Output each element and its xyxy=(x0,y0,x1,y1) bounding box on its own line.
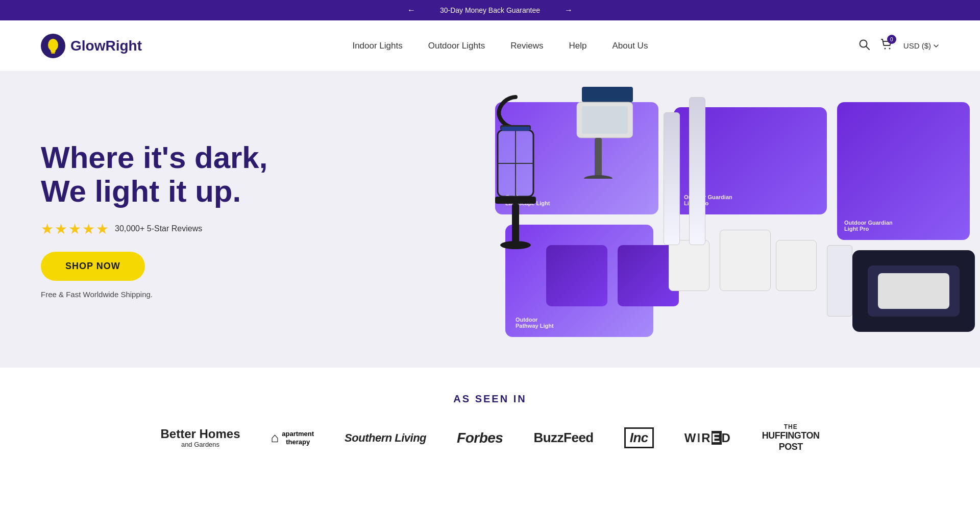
logo-icon xyxy=(41,34,65,58)
svg-rect-19 xyxy=(595,138,602,179)
hero-rating: ★★★★★ 30,000+ 5-Star Reviews xyxy=(41,221,296,237)
shipping-text: Free & Fast Worldwide Shipping. xyxy=(41,290,296,299)
svg-point-20 xyxy=(584,175,612,179)
hero-title: Where it's dark, We light it up. xyxy=(41,141,296,208)
banner-message: 30-Day Money Back Guarantee xyxy=(440,6,540,14)
chevron-down-icon xyxy=(933,43,939,49)
product-box-floodlight: Outdoor GuardianLight Pro xyxy=(837,102,970,240)
logo-link[interactable]: GlowRight xyxy=(41,34,142,58)
inc-logo: Inc xyxy=(624,427,654,448)
svg-rect-12 xyxy=(495,197,536,204)
hero-content: Where it's dark, We light it up. ★★★★★ 3… xyxy=(41,141,296,299)
currency-selector[interactable]: USD ($) xyxy=(903,41,939,50)
svg-rect-18 xyxy=(582,106,628,134)
header: GlowRight Indoor Lights Outdoor Lights R… xyxy=(0,20,980,71)
nav-indoor-lights[interactable]: Indoor Lights xyxy=(352,41,402,51)
apartment-therapy-logo: ⌂ apartment therapy xyxy=(271,430,314,446)
light-bar-1 xyxy=(664,112,680,245)
light-bar-2 xyxy=(689,97,705,245)
logo-text: GlowRight xyxy=(70,38,142,54)
main-nav: Indoor Lights Outdoor Lights Reviews Hel… xyxy=(352,41,648,51)
search-button[interactable] xyxy=(859,39,870,53)
header-right: 0 USD ($) xyxy=(859,38,939,54)
banner-next-button[interactable]: → xyxy=(560,4,577,17)
svg-point-14 xyxy=(500,241,531,249)
huffington-post-logo: THE HUFFINGTON POST xyxy=(762,423,820,453)
shop-now-button[interactable]: SHOP NOW xyxy=(41,252,145,281)
svg-point-7 xyxy=(889,48,890,50)
svg-rect-3 xyxy=(51,52,55,54)
nav-reviews[interactable]: Reviews xyxy=(510,41,543,51)
svg-point-6 xyxy=(884,48,886,50)
nav-help[interactable]: Help xyxy=(569,41,586,51)
nav-about-us[interactable]: About Us xyxy=(612,41,648,51)
svg-rect-16 xyxy=(582,87,633,102)
forbes-logo: Forbes xyxy=(457,430,503,446)
floodlight xyxy=(852,250,975,332)
spotlight-product xyxy=(541,87,633,179)
svg-rect-15 xyxy=(501,127,530,131)
buzzfeed-logo: BuzzFeed xyxy=(533,430,593,446)
cart-badge: 0 xyxy=(887,35,896,44)
hero-section: Where it's dark, We light it up. ★★★★★ 3… xyxy=(0,71,980,368)
wired-logo: WIRED xyxy=(684,431,731,445)
southern-living-logo: Southern Living xyxy=(345,431,426,445)
nav-outdoor-lights[interactable]: Outdoor Lights xyxy=(428,41,485,51)
device-remote xyxy=(827,245,852,317)
svg-rect-13 xyxy=(512,204,519,245)
search-icon xyxy=(859,39,870,50)
device-white-2 xyxy=(720,230,771,291)
better-homes-logo: Better Homes and Gardens xyxy=(160,427,240,448)
hero-product-scene: OutdoorLandscape Light Outdoor GuardianL… xyxy=(444,71,980,368)
currency-label: USD ($) xyxy=(903,41,931,50)
cart-button[interactable]: 0 xyxy=(880,38,893,54)
star-rating: ★★★★★ xyxy=(41,221,110,237)
svg-rect-2 xyxy=(51,50,56,52)
review-count: 30,000+ 5-Star Reviews xyxy=(115,224,202,233)
media-logos-container: Better Homes and Gardens ⌂ apartment the… xyxy=(41,423,939,453)
as-seen-in-section: AS SEEN IN Better Homes and Gardens ⌂ ap… xyxy=(0,368,980,478)
svg-line-5 xyxy=(866,46,869,50)
device-white-3 xyxy=(776,240,817,291)
device-white-1 xyxy=(669,240,709,291)
as-seen-in-title: AS SEEN IN xyxy=(41,393,939,405)
banner-prev-button[interactable]: ← xyxy=(403,4,420,17)
top-banner: ← 30-Day Money Back Guarantee → xyxy=(0,0,980,20)
svg-point-1 xyxy=(48,39,58,51)
